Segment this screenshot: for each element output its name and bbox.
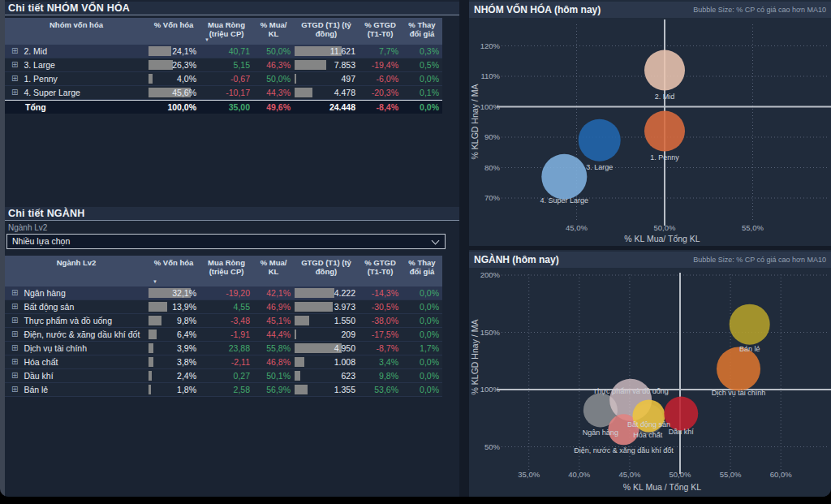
cell-gtgd_pct: -14,3% — [359, 286, 402, 299]
cell-pct: 100,0% — [148, 101, 200, 114]
table-row[interactable]: ⊞Thực phẩm và đồ uống9,8%-3,4845,1%1.550… — [5, 314, 442, 328]
expand-icon[interactable]: ⊞ — [11, 386, 18, 394]
table-row[interactable]: ⊞Điện, nước & xăng dầu khí đốt6,4%-1,914… — [5, 328, 442, 342]
data-bar — [295, 288, 334, 298]
cell-kl: 50,0% — [253, 45, 294, 58]
cell-kl: 46,8% — [253, 355, 294, 368]
column-header-6[interactable]: % Thay đổi giá — [402, 256, 442, 286]
bubble-2[interactable] — [541, 154, 587, 200]
row-label: Bất động sản — [24, 300, 74, 313]
column-header-2[interactable]: Mua Ròng (triệu CP)▼ — [200, 18, 253, 45]
y-tick-label: 200% — [480, 271, 501, 279]
column-header-3[interactable]: % Mua/ KL — [253, 18, 294, 45]
bubble-1[interactable] — [579, 119, 621, 162]
table-row[interactable]: ⊞Bán lẻ1,8%2,5856,9%1.35553,6%0,0% — [5, 383, 442, 397]
nganh-bubble-chart: Hóa chấtNgân hàngThực phẩm và đồ uốngĐiệ… — [469, 271, 831, 497]
cell-gtgd_pct: -30,5% — [359, 300, 402, 313]
expand-icon[interactable]: ⊞ — [11, 88, 18, 97]
cell-gtgd_pct: -8,4% — [359, 101, 402, 114]
row-label: Điện, nước & xăng dầu khí đốt — [24, 328, 140, 341]
bubble-label: Dầu khí — [669, 428, 695, 436]
y-tick-label: 70% — [484, 193, 501, 202]
bubble-label: 1. Penny — [650, 153, 679, 162]
expand-icon[interactable]: ⊞ — [11, 289, 18, 297]
data-bar — [295, 385, 308, 394]
cell-gtgd_pct: -17,5% — [359, 328, 402, 341]
cell-mua: 35,00 — [200, 101, 253, 114]
column-header-4[interactable]: GTGD (T1) (tỷ đồng) — [294, 256, 359, 286]
cell-chg: 0,0% — [402, 369, 442, 382]
data-bar — [295, 74, 296, 84]
table-row[interactable]: ⊞Hóa chất3,8%-2,1146,8%1.0083,4%0,0% — [5, 355, 442, 369]
cell-gtgd_pct: 3,4% — [359, 355, 402, 368]
cell-gtgd: 4.950 — [294, 342, 359, 355]
row-label: Tổng — [25, 101, 46, 114]
cell-chg: 0,0% — [402, 314, 442, 327]
bubble-label: Bất động sản — [627, 420, 670, 429]
table-row[interactable]: ⊞Ngân hàng32,1%-19,2042,1%4.222-14,3%0,0… — [5, 286, 442, 300]
data-bar — [149, 302, 167, 312]
data-bar — [149, 46, 171, 56]
data-bar — [295, 330, 296, 339]
expand-icon[interactable]: ⊞ — [11, 75, 18, 83]
expand-icon[interactable]: ⊞ — [11, 358, 18, 366]
nganh-filter-label: Ngành Lv2 — [8, 223, 47, 232]
bubble-7[interactable] — [730, 304, 770, 345]
column-header-0[interactable]: Nhóm vốn hóa — [5, 18, 148, 45]
cell-gtgd: 4.478 — [294, 86, 359, 99]
column-header-3[interactable]: % Mua/ KL — [253, 256, 294, 286]
cell-mua: -0,67 — [200, 72, 253, 85]
column-header-6[interactable]: % Thay đổi giá — [402, 18, 442, 45]
row-label: Thực phẩm và đồ uống — [24, 314, 112, 327]
bubble-0[interactable] — [644, 50, 685, 91]
y-tick-label: 100% — [480, 385, 501, 394]
section-title-von-hoa: Chi tiết NHÓM VỐN HÓA — [5, 2, 459, 15]
table-row[interactable]: ⊞3. Large26,3%5,1546,3%7.853-19,4%0,5% — [5, 58, 442, 72]
expand-icon[interactable]: ⊞ — [11, 61, 18, 69]
column-header-1[interactable]: % Vốn hóa▼ — [148, 256, 200, 286]
column-header-1[interactable]: % Vốn hóa — [148, 18, 200, 45]
cell-kl: 44,3% — [253, 86, 294, 99]
expand-icon[interactable]: ⊞ — [11, 303, 18, 311]
y-tick-label: 100% — [480, 102, 501, 111]
cell-kl: 42,1% — [253, 286, 294, 299]
expand-icon[interactable]: ⊞ — [11, 330, 18, 338]
table-row[interactable]: ⊞1. Penny4,0%-0,6750,0%497-6,0%0,0% — [5, 72, 442, 86]
bubble-6[interactable] — [717, 347, 760, 391]
nganh-lv2-dropdown[interactable]: Nhiều lựa chọn — [6, 234, 446, 249]
table-row[interactable]: ⊞4. Super Large45,6%-10,1744,3%4.478-20,… — [5, 86, 442, 100]
table-row[interactable]: ⊞2. Mid24,1%40,7150,0%11.6217,7%0,3% — [5, 45, 442, 58]
cell-gtgd: 209 — [294, 328, 359, 341]
cell-chg: 0,0% — [402, 355, 442, 368]
row-label: 4. Super Large — [24, 86, 80, 99]
expand-icon[interactable]: ⊞ — [11, 344, 18, 352]
table-row[interactable]: ⊞Dầu khí2,4%0,2750,1%6239,8%0,0% — [5, 369, 442, 383]
bottom-bar — [0, 497, 831, 504]
cell-gtgd: 4.222 — [294, 286, 359, 299]
cell-gtgd_pct: 9,8% — [359, 369, 402, 382]
column-header-5[interactable]: % GTGD (T1-T0) — [359, 256, 402, 286]
row-label: Dầu khí — [24, 369, 53, 382]
bubble-3[interactable] — [644, 111, 685, 152]
cell-mua: 23,88 — [200, 342, 253, 355]
data-bar — [149, 343, 153, 353]
cell-mua: 0,27 — [200, 369, 253, 382]
column-header-4[interactable]: GTGD (T1) (tỷ đồng) — [294, 18, 359, 45]
cell-kl: 56,9% — [253, 383, 294, 396]
table-row[interactable]: ⊞Dịch vụ tài chính3,9%23,8855,8%4.950-8,… — [5, 342, 442, 355]
y-tick-label: 90% — [484, 132, 501, 141]
column-header-0[interactable]: Ngành Lv2 — [5, 256, 148, 286]
row-label: Hóa chất — [24, 355, 58, 368]
data-bar — [295, 357, 304, 367]
expand-icon[interactable]: ⊞ — [11, 317, 18, 325]
column-header-2[interactable]: Mua Ròng (triệu CP) — [200, 256, 253, 286]
expand-icon[interactable]: ⊞ — [11, 47, 18, 55]
table-row[interactable]: ⊞Bất động sản13,9%4,5546,9%3.973-30,5%0,… — [5, 300, 442, 314]
data-bar — [295, 302, 333, 312]
cell-kl: 50,1% — [253, 369, 294, 382]
cell-pct: 9,8% — [148, 314, 200, 327]
column-header-5[interactable]: % GTGD (T1-T0) — [359, 18, 402, 45]
expand-icon[interactable]: ⊞ — [11, 372, 18, 380]
cell-kl: 44,4% — [253, 328, 294, 341]
table-total-row[interactable]: Tổng100,0%35,0049,6%24.448-8,4%0,0% — [5, 100, 442, 114]
